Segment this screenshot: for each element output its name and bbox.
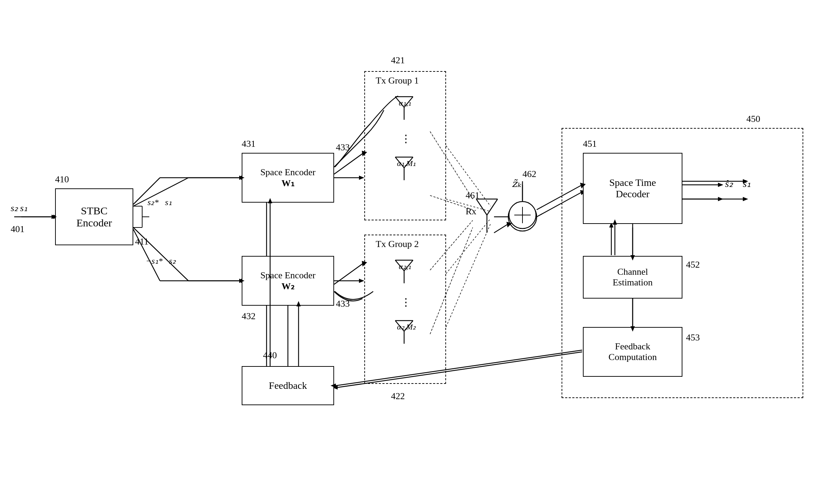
space-encoder-1-block: Space EncoderW₁ [242, 153, 334, 203]
svg-marker-96 [506, 222, 512, 227]
input-arrow-num: 401 [11, 224, 25, 235]
tx-group-2-label: Tx Group 2 [376, 239, 419, 250]
feedback-computation-block: FeedbackComputation [583, 327, 682, 377]
feedback-box-num: 440 [263, 350, 277, 361]
s2hat-out-label: ŝ₂ [725, 178, 733, 189]
tx-group-1-box: Tx Group 1 α₁,₁ ⋮ α₁,M₁ [364, 71, 446, 220]
ant-2-m2-label: α₂,M₂ [397, 322, 416, 332]
rx-label: Rx [466, 206, 476, 217]
rx-num1: 461 [466, 190, 479, 201]
svg-marker-44 [520, 202, 525, 207]
se1-num: 431 [242, 139, 256, 149]
space-encoder-2-label: Space EncoderW₂ [260, 270, 315, 292]
feedback-comp-num: 453 [686, 332, 700, 343]
tx-group-2-num: 422 [391, 391, 405, 402]
svg-marker-15 [359, 279, 364, 283]
feedback-block: Feedback [242, 366, 334, 405]
s1hat-out-label: ŝ₁ [743, 178, 751, 189]
svg-line-62 [476, 199, 487, 215]
block-diagram: s₂ s₁ 401 STBCEncoder 410 s₂* s₁ −s₁* s₂… [0, 0, 826, 504]
svg-line-5 [133, 227, 188, 281]
space-time-decoder-label: Space TimeDecoder [609, 177, 656, 200]
feedback-computation-label: FeedbackComputation [608, 341, 657, 363]
svg-line-63 [487, 199, 498, 215]
feedback-label: Feedback [269, 380, 307, 391]
svg-point-40 [508, 203, 537, 231]
upper-signals-label: s₂* s₁ [148, 197, 172, 207]
tx-group-1-label: Tx Group 1 [376, 75, 419, 86]
outer-box-num: 450 [746, 114, 760, 124]
svg-line-93 [334, 263, 364, 284]
space-encoder-2-block: Space EncoderW₂ [242, 256, 334, 306]
decoder-num: 451 [583, 139, 597, 149]
svg-marker-98 [520, 202, 525, 207]
svg-line-91 [334, 153, 364, 174]
lower-signals-label: −s₁* s₂ [146, 256, 176, 266]
channel-estimation-label: ChannelEstimation [613, 267, 653, 288]
brace-num: 411 [135, 236, 149, 247]
tx-group-1-num: 421 [391, 55, 405, 66]
ant-2-1-label: α₂,₁ [399, 262, 411, 271]
space-time-decoder-block: Space TimeDecoder [583, 153, 682, 224]
space-encoder-1-label: Space EncoderW₁ [260, 167, 315, 189]
channel-estimation-block: ChannelEstimation [583, 256, 682, 299]
svg-marker-13 [359, 176, 364, 180]
ant-1-m1-label: α₁,M₁ [397, 159, 416, 168]
channel-est-num: 452 [686, 259, 700, 270]
ant-1-1-label: α₁,₁ [399, 98, 411, 108]
svg-line-105 [446, 224, 490, 327]
rx-num2: 462 [522, 169, 536, 179]
stbc-encoder-block: STBCEncoder [55, 188, 133, 245]
input-signals-label: s₂ s₁ [11, 203, 27, 214]
stbc-encoder-label: STBCEncoder [76, 205, 112, 229]
connector-433a-label: 433 [336, 142, 350, 153]
se2-num: 432 [242, 311, 256, 322]
zk-label: z̃ₖ [512, 178, 521, 189]
tx-group-2-box: Tx Group 2 α₂,₁ ⋮ α₂,M₂ [364, 235, 446, 384]
stbc-num: 410 [55, 174, 69, 185]
svg-marker-17 [508, 215, 514, 219]
connector-433b-label: 433 [336, 299, 350, 309]
svg-point-99 [509, 202, 536, 229]
